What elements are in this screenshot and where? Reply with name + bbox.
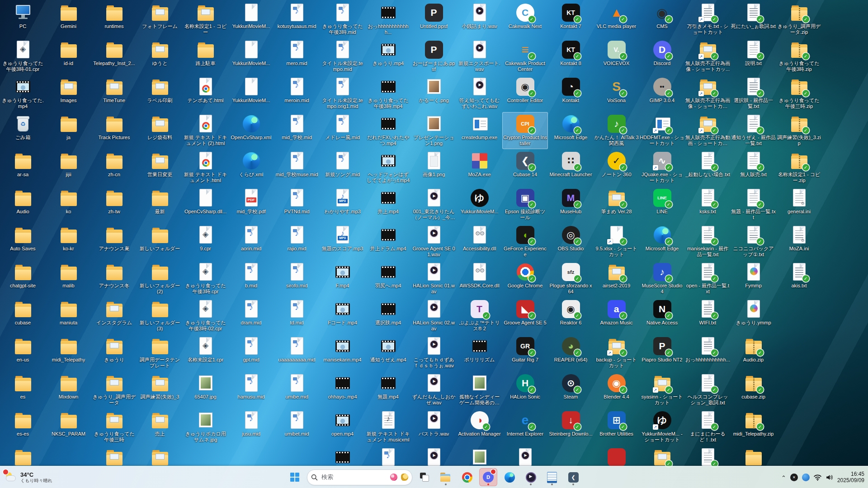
desktop-icon[interactable]: きゅうり食ってた.mp4 bbox=[0, 75, 46, 112]
desktop-icon[interactable]: OpenCvSharp.xml bbox=[228, 112, 274, 149]
desktop-icon[interactable]: ✓↗syasinn - ショートカット bbox=[639, 371, 685, 408]
desktop-icon[interactable]: ✓akis.txt bbox=[776, 260, 822, 297]
desktop-icon[interactable]: NKSC_PARAM bbox=[46, 408, 91, 446]
desktop-icon[interactable]: ♪✓MuseScore Studio 4 bbox=[639, 260, 685, 297]
tray-app-icon-dark[interactable]: ✕ bbox=[790, 474, 798, 481]
desktop-icon[interactable]: 通知うぜえ.mp4 bbox=[365, 334, 411, 371]
taskbar-app-chrome[interactable] bbox=[458, 468, 476, 486]
desktop-icon[interactable]: おっhhhhhhhhhhhh... bbox=[365, 1, 411, 38]
desktop-icon[interactable]: ⊙✓Steam bbox=[548, 371, 594, 408]
desktop-icon[interactable]: ◉✓Reaktor 6 bbox=[548, 297, 594, 334]
desktop-icon[interactable]: レジ袋有料 bbox=[137, 112, 183, 149]
desktop-icon[interactable]: GR✓Guitar Rig 7 bbox=[502, 334, 548, 371]
desktop-icon[interactable]: くらび.xml bbox=[228, 149, 274, 186]
desktop-icon[interactable]: 65407.jpg bbox=[183, 371, 228, 408]
start-button[interactable] bbox=[286, 468, 304, 486]
desktop-icon[interactable]: ✓✓ノートン 360 bbox=[594, 149, 639, 186]
desktop-icon[interactable]: ▶バストラ.wav bbox=[411, 408, 457, 446]
desktop-icon[interactable]: きゅうり bbox=[91, 334, 137, 371]
desktop-icon[interactable]: sfz✓Plogue sforzando x64 bbox=[548, 260, 594, 297]
desktop-icon[interactable]: Audio bbox=[0, 186, 46, 223]
desktop-icon[interactable]: テンポあて.html bbox=[183, 75, 228, 112]
desktop-icon[interactable]: Pおーばーまにあ.ppsf bbox=[411, 38, 457, 75]
desktop-icon[interactable]: PUntitled.ppsf bbox=[411, 1, 457, 38]
desktop-icon[interactable]: ✓↗9.5.xlsx - ショートカット bbox=[594, 223, 639, 260]
desktop-icon[interactable]: ♪uaaaaaaaaa.mid bbox=[274, 334, 320, 371]
desktop-icon[interactable]: ✓きゅうり食ってた午後3時.zip bbox=[776, 38, 822, 75]
desktop-icon[interactable]: 井上ドラム.mp4 bbox=[365, 223, 411, 260]
desktop-icon[interactable]: ゆYukkuriMovieM... bbox=[457, 186, 502, 223]
desktop-icon[interactable]: ♪td.mid bbox=[274, 297, 320, 334]
desktop-icon[interactable]: 無題.mp4 bbox=[365, 371, 411, 408]
desktop-icon[interactable]: D✓Discord bbox=[639, 38, 685, 75]
desktop-icon[interactable]: ✓きゅうり食ってた午後三時.zip bbox=[776, 75, 822, 112]
desktop-icon[interactable]: ✓ヘルスコンプレッション_歌詞.txt bbox=[685, 371, 731, 408]
desktop-icon[interactable]: createdump.exe bbox=[457, 112, 502, 149]
desktop-icon[interactable]: ✓↗backup - ショートカット bbox=[594, 334, 639, 371]
desktop-icon[interactable]: a✓Amazon Music bbox=[594, 297, 639, 334]
desktop-icon[interactable]: 路上駐車 bbox=[183, 38, 228, 75]
desktop-icon[interactable]: 羽尻へ.mp4 bbox=[365, 260, 411, 297]
desktop-icon[interactable]: ✓↗無人販売不正行為画像 - ショートカット bbox=[685, 75, 731, 112]
desktop-icon[interactable]: Mixdown bbox=[46, 371, 91, 408]
desktop-icon[interactable]: M✓MuseHub bbox=[548, 186, 594, 223]
desktop-icon[interactable]: 名称未設定1 - コピー bbox=[183, 1, 228, 38]
desktop-icon[interactable]: e✓Internet Explorer bbox=[502, 408, 548, 446]
desktop-icon[interactable]: ◣✓Groove Agent SE 5 bbox=[502, 297, 548, 334]
desktop-icon[interactable]: フォトフレーム bbox=[137, 1, 183, 38]
desktop-icon[interactable]: ✓選択肢 - 親作品一覧.txt bbox=[731, 75, 776, 112]
desktop-icon[interactable]: ♪b.mid bbox=[228, 260, 274, 297]
desktop-icon[interactable]: ❮✓Cubase 14 bbox=[502, 149, 548, 186]
desktop-icon[interactable]: LINE✓LINE bbox=[639, 186, 685, 223]
desktop-icon[interactable]: アナウンス夏 bbox=[91, 223, 137, 260]
desktop-icon[interactable]: YukkuriMovieM... bbox=[228, 38, 274, 75]
desktop-icon[interactable]: ko bbox=[46, 186, 91, 223]
taskbar-app-discord[interactable]: D bbox=[479, 468, 497, 486]
weather-widget[interactable]: 34°C くもり時々晴れ bbox=[5, 466, 52, 488]
desktop-icon[interactable]: プレゼンテーション1.png bbox=[411, 112, 457, 149]
tray-chevron-up-icon[interactable]: ⌃ bbox=[781, 474, 786, 481]
desktop-icon[interactable]: 新しいフォルダー bbox=[137, 223, 183, 260]
desktop-icon[interactable]: ◉✓Blender 4.4 bbox=[594, 371, 639, 408]
desktop-icon[interactable]: ▶001_東北きりたん（ノーマル）_今じゃ... bbox=[411, 186, 457, 223]
desktop-icon[interactable]: きゅうりボカロ用サムネ.jpg bbox=[183, 408, 228, 446]
desktop-icon[interactable]: ◉✓CMS bbox=[639, 1, 685, 38]
desktop-icon[interactable]: malib bbox=[46, 260, 91, 297]
desktop-icon[interactable]: ▣✓Epson 接続診断ツール bbox=[502, 186, 548, 223]
desktop-icon[interactable]: ✓筆まめ Ver.28 bbox=[594, 186, 639, 223]
desktop-icon[interactable]: ✓おっhhhhhhhhhhh... bbox=[685, 334, 731, 371]
desktop-icon[interactable]: ♪umibe.mid bbox=[274, 371, 320, 408]
desktop-icon[interactable]: ∷✓Minecraft Launcher bbox=[548, 149, 594, 186]
desktop-icon[interactable]: ♪umibet.mid bbox=[274, 408, 320, 446]
desktop-icon[interactable]: ◑✓Activation Manager bbox=[457, 408, 502, 446]
desktop-icon[interactable]: ♪mero.mid bbox=[274, 38, 320, 75]
desktop-icon[interactable]: 画像1.png bbox=[411, 149, 457, 186]
desktop-icon[interactable]: ↓✓Steinberg Downlo... bbox=[548, 408, 594, 446]
desktop-icon[interactable]: きゅうり_調声用データ bbox=[91, 371, 137, 408]
desktop-icon[interactable]: ✓Microsoft Edge bbox=[548, 112, 594, 149]
desktop-icon[interactable]: ✓midi_Telepathy.zip bbox=[731, 408, 776, 446]
desktop-icon[interactable]: P✓Piapro Studio NT2 bbox=[639, 334, 685, 371]
volume-icon[interactable] bbox=[826, 474, 833, 481]
desktop-icon[interactable]: ♪MP3わかりやす.mp3 bbox=[320, 186, 365, 223]
desktop-icon[interactable]: ▶小銭詰まり.wav bbox=[457, 1, 502, 38]
desktop-icon[interactable]: CPI✓Crypton Product Installer bbox=[502, 112, 548, 149]
desktop-icon[interactable]: Track Pictures bbox=[91, 112, 137, 149]
desktop-icon[interactable]: きゅうり.ymmp bbox=[731, 297, 776, 334]
desktop-icon[interactable]: ◎✓OBS Studio bbox=[548, 223, 594, 260]
desktop-icon[interactable]: ⚙⚙AWSSDK.Core.dll bbox=[457, 260, 502, 297]
desktop-icon[interactable]: ♪タイトル未設定.tempo.mid bbox=[320, 38, 365, 75]
desktop-icon[interactable]: ♪タイトル未設定.tempo.orig1.mid bbox=[320, 75, 365, 112]
desktop-icon[interactable]: zh-cn bbox=[91, 149, 137, 186]
desktop-icon[interactable]: V.✓VOICEVOX bbox=[594, 38, 639, 75]
desktop-icon[interactable]: zh-tw bbox=[91, 186, 137, 223]
desktop-icon[interactable]: S✓VoiSona bbox=[594, 75, 639, 112]
desktop-icon[interactable]: ✓無題 - 親作品一覧.txt bbox=[731, 186, 776, 223]
taskbar-app-cubase[interactable]: ❮ bbox=[564, 468, 582, 486]
clock[interactable]: 16:45 2025/09/09 bbox=[837, 471, 864, 483]
desktop-icon[interactable]: 新しいフォルダー (2) bbox=[137, 260, 183, 297]
desktop-icon[interactable]: ♪新規 テキスト ドキュメント.musicxml bbox=[365, 408, 411, 446]
desktop-icon[interactable]: ▶こってもｈｄずあｆｄｓｂうぉ.wav bbox=[411, 334, 457, 371]
desktop-icon[interactable]: ヘッドフォンはずしててよがっt.mp4 bbox=[365, 149, 411, 186]
desktop-icon[interactable]: ◔✓Kontakt bbox=[548, 75, 594, 112]
